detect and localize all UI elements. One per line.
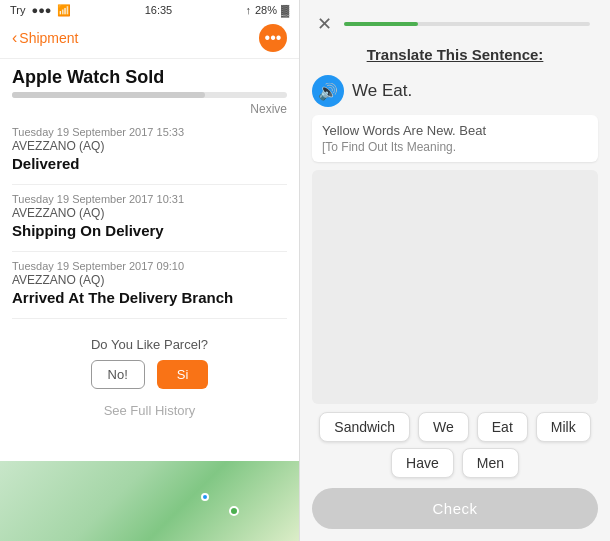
divider-3 [12,318,287,319]
left-panel: Try ●●● 📶 16:35 ↑ 28% ▓ ‹ Shipment ••• A… [0,0,300,541]
sentence-text: We Eat. [352,81,412,101]
check-button[interactable]: Check [312,488,598,529]
back-label: Shipment [19,30,78,46]
status-bar-left: Try ●●● 📶 [10,4,71,17]
event-date-3: Tuesday 19 September 2017 09:10 [12,260,287,272]
event-location-2: AVEZZANO (AQ) [12,206,287,220]
divider-1 [12,184,287,185]
word-chip-milk[interactable]: Milk [536,412,591,442]
modal-title: Translate This Sentence: [312,46,598,63]
time-label: 16:35 [145,4,173,16]
progress-track [12,92,287,98]
event-location-3: AVEZZANO (AQ) [12,273,287,287]
feedback-buttons: No! Si [12,360,287,389]
sentence-row: 🔊 We Eat. [312,75,598,107]
speaker-button[interactable]: 🔊 [312,75,344,107]
event-status-2: Shipping On Delivery [12,222,287,239]
menu-button[interactable]: ••• [259,24,287,52]
hint-line-2: [To Find Out Its Meaning. [322,140,588,154]
feedback-section: Do You Like Parcel? No! Si [12,327,287,395]
status-bar: Try ●●● 📶 16:35 ↑ 28% ▓ [0,0,299,20]
speaker-icon: 🔊 [318,82,338,101]
event-date-1: Tuesday 19 September 2017 15:33 [12,126,287,138]
word-chip-have[interactable]: Have [391,448,454,478]
event-date-2: Tuesday 19 September 2017 10:31 [12,193,287,205]
status-bar-right: ↑ 28% ▓ [245,4,289,16]
event-location-1: AVEZZANO (AQ) [12,139,287,153]
word-options-area: Sandwich We Eat Milk Have Men [312,412,598,478]
event-item-3: Tuesday 19 September 2017 09:10 AVEZZANO… [12,260,287,306]
modal-header: ✕ [312,12,598,36]
battery-label: 28% [255,4,277,16]
battery-icon: ▓ [281,4,289,16]
word-chip-sandwich[interactable]: Sandwich [319,412,410,442]
progress-fill [12,92,205,98]
answer-area[interactable] [312,170,598,404]
arrow-icon: ↑ [245,4,251,16]
feedback-question: Do You Like Parcel? [12,337,287,352]
hint-box: Yellow Words Are New. Beat [To Find Out … [312,115,598,162]
word-chip-eat[interactable]: Eat [477,412,528,442]
word-row-2: Have Men [391,448,519,478]
no-button[interactable]: No! [91,360,145,389]
event-item-1: Tuesday 19 September 2017 15:33 AVEZZANO… [12,126,287,172]
signal-dots: ●●● [31,4,51,16]
map-dot-2 [201,493,209,501]
content-area: Apple Watch Sold Nexive Tuesday 19 Septe… [0,59,299,461]
header-bar: ‹ Shipment ••• [0,20,299,59]
event-item-2: Tuesday 19 September 2017 10:31 AVEZZANO… [12,193,287,239]
back-button[interactable]: ‹ Shipment [12,29,78,47]
event-status-3: Arrived At The Delivery Branch [12,289,287,306]
word-chip-men[interactable]: Men [462,448,519,478]
map-area [0,461,299,541]
word-chip-we[interactable]: We [418,412,469,442]
si-button[interactable]: Si [157,360,209,389]
nexive-label: Nexive [12,102,287,116]
right-panel: ✕ Translate This Sentence: 🔊 We Eat. Yel… [300,0,610,541]
word-row-1: Sandwich We Eat Milk [319,412,590,442]
carrier-label: Try [10,4,25,16]
close-icon: ✕ [317,13,332,35]
back-chevron-icon: ‹ [12,29,17,47]
package-title: Apple Watch Sold [12,67,287,88]
hint-line-1: Yellow Words Are New. Beat [322,123,588,138]
history-link[interactable]: See Full History [12,395,287,426]
wifi-icon: 📶 [57,4,71,17]
divider-2 [12,251,287,252]
event-status-1: Delivered [12,155,287,172]
progress-dots-track [344,22,590,26]
close-button[interactable]: ✕ [312,12,336,36]
map-dot-1 [229,506,239,516]
dots-icon: ••• [265,29,282,47]
progress-bar-container [344,22,590,26]
progress-dots-fill [344,22,418,26]
